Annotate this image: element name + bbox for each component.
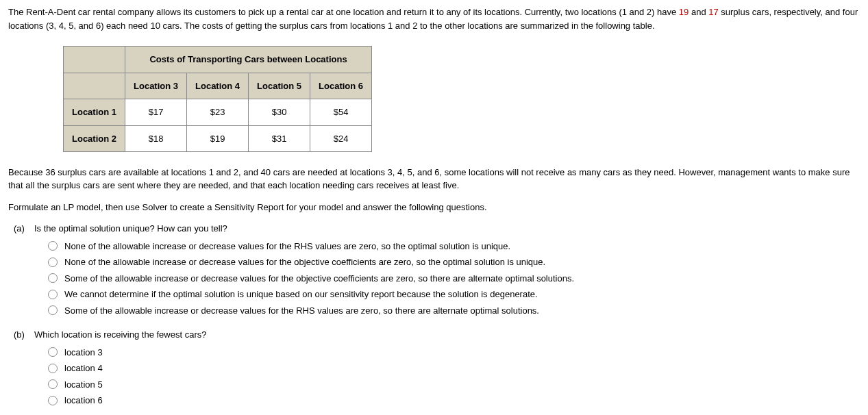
table-title: Costs of Transporting Cars between Locat… [125, 47, 372, 73]
option-label: None of the allowable increase or decrea… [64, 255, 545, 269]
option-b-2[interactable]: location 4 [48, 362, 860, 375]
radio-icon[interactable] [48, 273, 58, 283]
cost-table: Costs of Transporting Cars between Locat… [63, 46, 372, 152]
surplus-value-2: 17 [708, 7, 718, 17]
col-header: Location 5 [249, 73, 310, 99]
option-a-1[interactable]: None of the allowable increase or decrea… [48, 240, 860, 253]
table-corner-2 [64, 73, 125, 99]
radio-icon[interactable] [48, 257, 58, 267]
question-part-b: (b) Which location is receiving the fewe… [8, 328, 860, 410]
part-label-a: (a) [8, 222, 34, 320]
option-a-4[interactable]: We cannot determine if the optimal solut… [48, 288, 860, 301]
question-a: Is the optimal solution unique? How can … [34, 222, 860, 236]
option-label: location 5 [64, 378, 103, 392]
cost-cell: $19 [187, 125, 249, 152]
cost-cell: $31 [249, 125, 310, 152]
radio-icon[interactable] [48, 305, 58, 315]
option-label: We cannot determine if the optimal solut… [64, 288, 538, 301]
cost-cell: $54 [310, 99, 372, 126]
radio-icon[interactable] [48, 347, 58, 357]
option-label: location 4 [64, 362, 103, 375]
surplus-value-1: 19 [679, 7, 689, 17]
cost-cell: $24 [310, 125, 372, 152]
constraint-paragraph: Because 36 surplus cars are available at… [8, 166, 860, 192]
question-b: Which location is receiving the fewest c… [34, 328, 860, 342]
question-part-a: (a) Is the optimal solution unique? How … [8, 222, 860, 320]
radio-icon[interactable] [48, 290, 58, 299]
table-row: Location 2 $18 $19 $31 $24 [64, 125, 372, 152]
option-a-3[interactable]: Some of the allowable increase or decrea… [48, 272, 860, 286]
cost-cell: $17 [125, 99, 187, 126]
option-a-5[interactable]: Some of the allowable increase or decrea… [48, 304, 860, 318]
option-label: Some of the allowable increase or decrea… [64, 272, 574, 286]
cost-cell: $30 [249, 99, 310, 126]
radio-icon[interactable] [48, 241, 58, 251]
option-b-4[interactable]: location 6 [48, 394, 860, 407]
radio-icon[interactable] [48, 396, 58, 405]
part-label-b: (b) [8, 328, 34, 410]
option-b-3[interactable]: location 5 [48, 378, 860, 392]
cost-cell: $18 [125, 125, 187, 152]
intro-text-2: and [689, 7, 708, 17]
col-header: Location 3 [125, 73, 187, 99]
intro-paragraph: The Rent-A-Dent car rental company allow… [8, 5, 860, 32]
radio-icon[interactable] [48, 379, 58, 389]
option-label: location 3 [64, 346, 103, 360]
col-header: Location 6 [310, 73, 372, 99]
option-b-1[interactable]: location 3 [48, 346, 860, 360]
radio-icon[interactable] [48, 364, 58, 373]
option-label: Some of the allowable increase or decrea… [64, 304, 539, 318]
cost-cell: $23 [187, 99, 249, 126]
row-label: Location 1 [64, 99, 125, 126]
row-label: Location 2 [64, 125, 125, 152]
table-corner [64, 47, 125, 73]
option-label: None of the allowable increase or decrea… [64, 240, 510, 253]
intro-text-1: The Rent-A-Dent car rental company allow… [8, 7, 679, 17]
option-a-2[interactable]: None of the allowable increase or decrea… [48, 255, 860, 269]
instruction-paragraph: Formulate an LP model, then use Solver t… [8, 201, 860, 214]
option-label: location 6 [64, 394, 103, 407]
col-header: Location 4 [187, 73, 249, 99]
table-row: Location 1 $17 $23 $30 $54 [64, 99, 372, 126]
